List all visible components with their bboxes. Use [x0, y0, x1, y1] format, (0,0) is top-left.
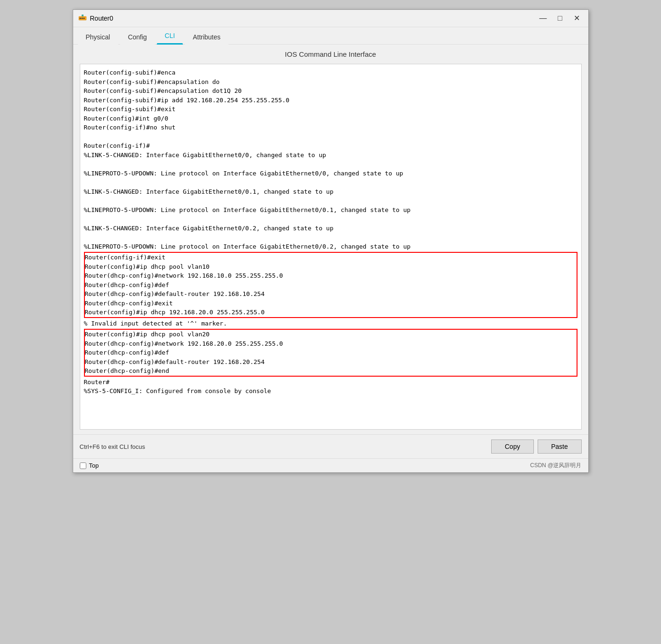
maximize-button[interactable]: □ — [554, 13, 567, 24]
top-checkbox[interactable] — [80, 462, 86, 469]
tab-physical[interactable]: Physical — [78, 29, 118, 45]
cli-container: Router(config-subif)#enca Router(config-… — [80, 64, 582, 430]
copy-button[interactable]: Copy — [491, 439, 534, 454]
highlighted-block-1: Router(config-if)#exit Router(config)#ip… — [84, 252, 577, 318]
top-label: Top — [89, 462, 99, 469]
paste-button[interactable]: Paste — [538, 439, 582, 454]
watermark: CSDN @逆风辞明月 — [530, 462, 582, 470]
window-title: Router0 — [90, 15, 114, 22]
svg-point-1 — [79, 18, 81, 19]
svg-rect-4 — [82, 15, 84, 16]
tab-config[interactable]: Config — [120, 29, 155, 45]
title-bar: Router0 — □ ✕ — [73, 10, 588, 27]
bottom-buttons: Copy Paste — [491, 439, 582, 454]
router-icon — [78, 14, 87, 23]
footer-left: Top — [80, 462, 99, 469]
highlighted-block-1-content: Router(config-if)#exit Router(config)#ip… — [85, 253, 577, 317]
svg-point-2 — [81, 18, 83, 19]
highlighted-block-2-content: Router(config)#ip dhcp pool vlan20 Route… — [85, 330, 577, 376]
bottom-bar: Ctrl+F6 to exit CLI focus Copy Paste — [73, 434, 588, 458]
footer-lines: Router# %SYS-5-CONFIG_I: Configured from… — [84, 378, 577, 396]
minimize-button[interactable]: — — [537, 13, 550, 24]
tab-cli[interactable]: CLI — [157, 28, 183, 45]
title-bar-left: Router0 — [78, 14, 114, 23]
cli-terminal[interactable]: Router(config-subif)#enca Router(config-… — [80, 64, 581, 429]
section-title: IOS Command Line Interface — [73, 45, 588, 64]
title-bar-controls: — □ ✕ — [537, 13, 584, 24]
main-window: Router0 — □ ✕ Physical Config CLI Attrib… — [73, 9, 589, 473]
cli-hint: Ctrl+F6 to exit CLI focus — [80, 443, 145, 450]
highlighted-block-2: Router(config)#ip dhcp pool vlan20 Route… — [84, 329, 577, 377]
footer-bar: Top CSDN @逆风辞明月 — [73, 458, 588, 472]
terminal-content: Router(config-subif)#enca Router(config-… — [84, 68, 577, 251]
close-button[interactable]: ✕ — [570, 13, 584, 24]
middle-line: % Invalid input detected at '^' marker. — [84, 319, 577, 328]
svg-point-3 — [83, 18, 84, 19]
tab-attributes[interactable]: Attributes — [185, 29, 228, 45]
tab-bar: Physical Config CLI Attributes — [73, 27, 588, 45]
